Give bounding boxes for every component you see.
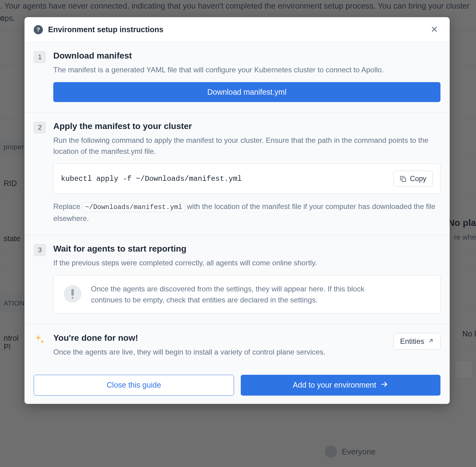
download-manifest-button[interactable]: Download manifest.yml bbox=[53, 82, 440, 102]
replace-note: Replace ~/Downloads/manifest.yml with th… bbox=[53, 201, 440, 225]
setup-instructions-modal: ? Environment setup instructions ✕ 1 Dow… bbox=[25, 17, 450, 404]
copy-icon bbox=[400, 176, 406, 182]
svg-rect-1 bbox=[71, 289, 74, 296]
step-3: 3 Wait for agents to start reporting If … bbox=[25, 235, 450, 325]
sparkle-icon bbox=[34, 333, 46, 345]
info-block: Once the agents are discovered from the … bbox=[53, 275, 440, 314]
svg-rect-0 bbox=[402, 178, 406, 181]
copy-button[interactable]: Copy bbox=[393, 171, 433, 187]
step-2-description: Run the following command to apply the m… bbox=[53, 135, 440, 157]
external-link-icon bbox=[428, 337, 434, 346]
done-description: Once the agents are live, they will begi… bbox=[53, 347, 387, 358]
close-guide-button[interactable]: Close this guide bbox=[34, 375, 234, 396]
modal-header: ? Environment setup instructions ✕ bbox=[25, 17, 450, 42]
add-label: Add to your environment bbox=[293, 381, 376, 389]
step-2: 2 Apply the manifest to your cluster Run… bbox=[25, 113, 450, 235]
step-1-description: The manifest is a generated YAML file th… bbox=[53, 64, 440, 75]
step-done: You're done for now! Once the agents are… bbox=[25, 325, 450, 368]
add-to-environment-button[interactable]: Add to your environment bbox=[241, 375, 440, 396]
step-number-3: 3 bbox=[34, 244, 46, 256]
code-block: kubectl apply -f ~/Downloads/manifest.ym… bbox=[53, 164, 440, 194]
step-2-title: Apply the manifest to your cluster bbox=[53, 121, 440, 131]
code-text: kubectl apply -f ~/Downloads/manifest.ym… bbox=[61, 175, 387, 183]
step-3-title: Wait for agents to start reporting bbox=[53, 244, 440, 254]
modal-title: Environment setup instructions bbox=[48, 25, 428, 34]
modal-footer: Close this guide Add to your environment bbox=[25, 368, 450, 404]
info-text: Once the agents are discovered from the … bbox=[91, 283, 432, 306]
done-title: You're done for now! bbox=[53, 333, 387, 343]
inline-code-path: ~/Downloads/manifest.yml bbox=[82, 203, 185, 212]
step-1: 1 Download manifest The manifest is a ge… bbox=[25, 42, 450, 113]
help-icon: ? bbox=[34, 25, 43, 34]
svg-point-2 bbox=[72, 297, 74, 299]
step-3-description: If the previous steps were completed cor… bbox=[53, 257, 440, 268]
copy-label: Copy bbox=[410, 175, 426, 183]
close-icon[interactable]: ✕ bbox=[428, 24, 440, 35]
step-1-title: Download manifest bbox=[53, 51, 440, 61]
entities-label: Entities bbox=[400, 337, 424, 346]
info-icon bbox=[64, 285, 81, 302]
entities-button[interactable]: Entities bbox=[394, 333, 440, 350]
step-number-2: 2 bbox=[34, 121, 46, 134]
step-number-1: 1 bbox=[34, 51, 46, 63]
arrow-right-icon bbox=[380, 380, 388, 390]
modal-body: 1 Download manifest The manifest is a ge… bbox=[25, 42, 450, 368]
